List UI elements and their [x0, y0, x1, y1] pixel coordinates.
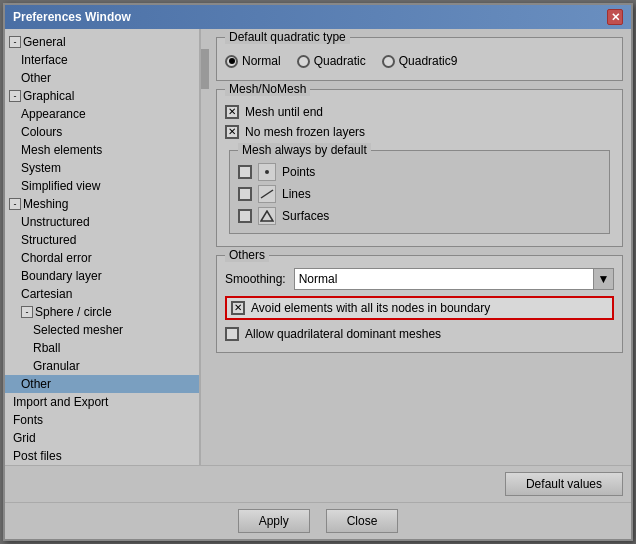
- mesh-item-points-label: Points: [282, 165, 315, 179]
- sidebar-label-import-export: Import and Export: [13, 395, 108, 409]
- quadratic-type-title: Default quadratic type: [225, 30, 350, 44]
- sidebar-item-grid[interactable]: Grid: [5, 429, 199, 447]
- radio-quadratic9-circle[interactable]: [382, 55, 395, 68]
- allow-quad-label: Allow quadrilateral dominant meshes: [245, 327, 441, 341]
- sidebar-item-boundary-layer[interactable]: Boundary layer: [5, 267, 199, 285]
- apply-button[interactable]: Apply: [238, 509, 310, 533]
- content-area: Default quadratic type Normal Quadratic: [208, 29, 631, 465]
- sidebar-item-general[interactable]: - General: [5, 33, 199, 51]
- expand-icon: -: [21, 306, 33, 318]
- checkbox-allow-quad[interactable]: [225, 327, 239, 341]
- svg-marker-1: [261, 211, 273, 221]
- checkbox-lines[interactable]: [238, 187, 252, 201]
- sidebar-item-rball[interactable]: Rball: [5, 339, 199, 357]
- sidebar-label-sphere-circle: Sphere / circle: [35, 305, 112, 319]
- smoothing-label: Smoothing:: [225, 272, 286, 286]
- lines-icon: [258, 185, 276, 203]
- radio-quadratic[interactable]: Quadratic: [297, 54, 366, 68]
- mesh-item-lines[interactable]: Lines: [238, 183, 601, 205]
- sidebar-item-fonts[interactable]: Fonts: [5, 411, 199, 429]
- sidebar-label-grid: Grid: [13, 431, 36, 445]
- sidebar-item-colours[interactable]: Colours: [5, 123, 199, 141]
- sidebar-label-interface: Interface: [21, 53, 68, 67]
- checkbox-no-mesh-frozen-box[interactable]: [225, 125, 239, 139]
- sidebar-item-mesh-elements[interactable]: Mesh elements: [5, 141, 199, 159]
- radio-quadratic-circle[interactable]: [297, 55, 310, 68]
- default-values-button[interactable]: Default values: [505, 472, 623, 496]
- others-group: Others Smoothing: Normal ▼ Avoid e: [216, 255, 623, 353]
- surface-svg: [260, 210, 274, 222]
- sidebar-label-graphical: Graphical: [23, 89, 74, 103]
- sidebar-label-cartesian: Cartesian: [21, 287, 72, 301]
- mesh-always-title: Mesh always by default: [238, 143, 371, 157]
- sidebar-item-other-general[interactable]: Other: [5, 69, 199, 87]
- sidebar-label-selected-mesher: Selected mesher: [33, 323, 123, 337]
- sidebar-item-interface[interactable]: Interface: [5, 51, 199, 69]
- mesh-item-points[interactable]: Points: [238, 161, 601, 183]
- sidebar: - General Interface Other - Graphical Ap…: [5, 29, 200, 465]
- sidebar-item-chordal-error[interactable]: Chordal error: [5, 249, 199, 267]
- allow-quadrilateral-row[interactable]: Allow quadrilateral dominant meshes: [225, 324, 614, 344]
- quadratic-type-content: Normal Quadratic Quadratic9: [217, 38, 622, 80]
- expand-icon: -: [9, 90, 21, 102]
- radio-normal[interactable]: Normal: [225, 54, 281, 68]
- expand-icon: -: [9, 198, 21, 210]
- sidebar-item-cartesian[interactable]: Cartesian: [5, 285, 199, 303]
- sidebar-item-meshing[interactable]: - Meshing: [5, 195, 199, 213]
- checkbox-mesh-until-end-box[interactable]: [225, 105, 239, 119]
- sidebar-item-simplified-view[interactable]: Simplified view: [5, 177, 199, 195]
- mesh-always-group: Mesh always by default Points: [229, 150, 610, 234]
- mesh-item-surfaces-label: Surfaces: [282, 209, 329, 223]
- sidebar-item-unstructured[interactable]: Unstructured: [5, 213, 199, 231]
- sidebar-label-meshing: Meshing: [23, 197, 68, 211]
- checkbox-avoid-elements[interactable]: [231, 301, 245, 315]
- sidebar-label-post-files: Post files: [13, 449, 62, 463]
- mesh-item-lines-label: Lines: [282, 187, 311, 201]
- checkbox-mesh-until-end[interactable]: Mesh until end: [225, 102, 614, 122]
- surfaces-icon: [258, 207, 276, 225]
- sidebar-item-structured[interactable]: Structured: [5, 231, 199, 249]
- avoid-elements-row[interactable]: Avoid elements with all its nodes in bou…: [225, 296, 614, 320]
- svg-line-0: [261, 190, 273, 198]
- checkbox-no-mesh-frozen[interactable]: No mesh frozen layers: [225, 122, 614, 142]
- sidebar-label-general: General: [23, 35, 66, 49]
- sidebar-item-graphical[interactable]: - Graphical: [5, 87, 199, 105]
- others-title: Others: [225, 248, 269, 262]
- scrollbar-thumb[interactable]: [201, 49, 209, 89]
- checkbox-surfaces[interactable]: [238, 209, 252, 223]
- dropdown-arrow-icon[interactable]: ▼: [593, 269, 613, 289]
- others-content: Smoothing: Normal ▼ Avoid elements with …: [217, 256, 622, 352]
- mesh-always-content: Points Lines: [230, 151, 609, 233]
- radio-row: Normal Quadratic Quadratic9: [225, 50, 614, 72]
- sidebar-item-post-files[interactable]: Post files: [5, 447, 199, 465]
- quadratic-type-group: Default quadratic type Normal Quadratic: [216, 37, 623, 81]
- radio-quadratic9-label: Quadratic9: [399, 54, 458, 68]
- radio-normal-circle[interactable]: [225, 55, 238, 68]
- radio-normal-label: Normal: [242, 54, 281, 68]
- checkbox-points[interactable]: [238, 165, 252, 179]
- sidebar-item-other-meshing[interactable]: Other: [5, 375, 199, 393]
- window-title: Preferences Window: [13, 10, 131, 24]
- radio-quadratic9[interactable]: Quadratic9: [382, 54, 458, 68]
- points-icon: [258, 163, 276, 181]
- sidebar-scrollbar[interactable]: [200, 29, 208, 465]
- mesh-nomesh-title: Mesh/NoMesh: [225, 82, 310, 96]
- mesh-nomesh-content: Mesh until end No mesh frozen layers Mes…: [217, 90, 622, 246]
- sidebar-item-system[interactable]: System: [5, 159, 199, 177]
- sidebar-item-appearance[interactable]: Appearance: [5, 105, 199, 123]
- sidebar-item-selected-mesher[interactable]: Selected mesher: [5, 321, 199, 339]
- sidebar-label-chordal-error: Chordal error: [21, 251, 92, 265]
- sidebar-item-import-export[interactable]: Import and Export: [5, 393, 199, 411]
- smoothing-select[interactable]: Normal ▼: [294, 268, 614, 290]
- sidebar-item-granular[interactable]: Granular: [5, 357, 199, 375]
- sidebar-label-unstructured: Unstructured: [21, 215, 90, 229]
- close-icon[interactable]: ✕: [607, 9, 623, 25]
- arrow-down-icon: ▼: [598, 272, 610, 286]
- mesh-nomesh-group: Mesh/NoMesh Mesh until end No mesh froze…: [216, 89, 623, 247]
- sidebar-label-other-meshing: Other: [21, 377, 51, 391]
- sidebar-label-boundary-layer: Boundary layer: [21, 269, 102, 283]
- close-button[interactable]: Close: [326, 509, 399, 533]
- avoid-elements-label: Avoid elements with all its nodes in bou…: [251, 301, 490, 315]
- mesh-item-surfaces[interactable]: Surfaces: [238, 205, 601, 227]
- sidebar-item-sphere-circle[interactable]: - Sphere / circle: [5, 303, 199, 321]
